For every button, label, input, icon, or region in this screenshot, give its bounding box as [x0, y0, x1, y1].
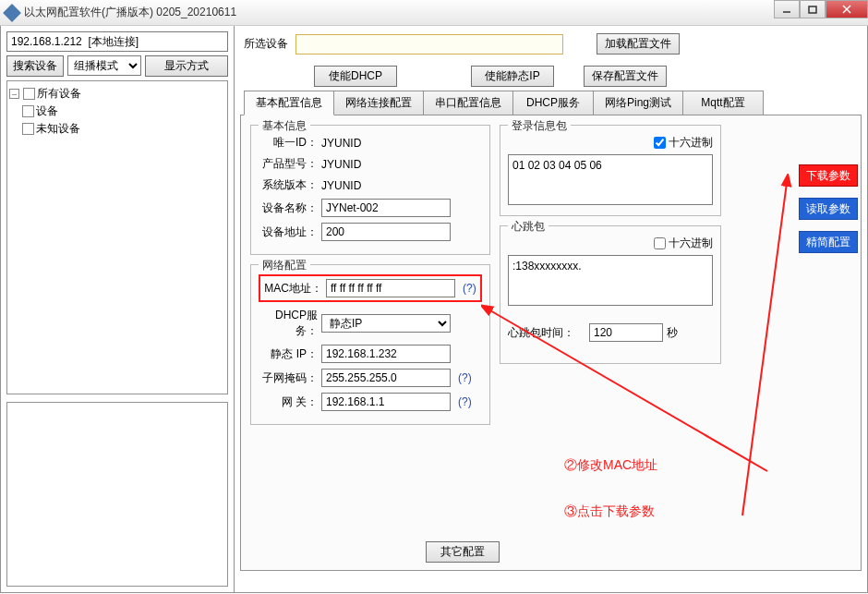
read-params-button[interactable]: 读取参数	[799, 198, 858, 220]
login-info-group: 登录信息包 十六进制 01 02 03 04 05 06	[500, 125, 721, 216]
devname-label: 设备名称：	[259, 200, 318, 216]
devaddr-label: 设备地址：	[259, 224, 318, 240]
id-label: 唯一ID：	[259, 135, 318, 151]
hb-hex-label: 十六进制	[669, 236, 713, 251]
mac-input[interactable]	[326, 279, 455, 297]
mask-label: 子网掩码：	[259, 370, 318, 386]
minimize-button[interactable]	[774, 0, 800, 18]
sysver-value: JYUNID	[321, 179, 361, 192]
dhcp-label: DHCP服务：	[259, 308, 318, 339]
tree-node-all[interactable]: 所有设备	[37, 86, 81, 102]
login-hex-label: 十六进制	[669, 135, 713, 151]
dhcp-select[interactable]: 静态IP	[321, 314, 451, 333]
save-config-button[interactable]: 保存配置文件	[584, 66, 667, 87]
side-buttons: 下载参数 读取参数 精简配置	[799, 164, 858, 253]
heartbeat-group: 心跳包 十六进制 :138xxxxxxxx. 心跳包时间：秒	[500, 225, 721, 364]
maximize-button[interactable]	[800, 0, 826, 18]
hb-legend: 心跳包	[508, 219, 549, 235]
hb-hex-checkbox[interactable]	[654, 237, 666, 249]
log-area	[6, 402, 228, 587]
devaddr-input[interactable]	[321, 223, 451, 241]
load-config-button[interactable]: 加载配置文件	[597, 33, 680, 55]
mask-input[interactable]	[321, 369, 451, 387]
window-controls	[774, 0, 868, 18]
login-legend: 登录信息包	[508, 118, 571, 134]
tab-basic[interactable]: 基本配置信息	[244, 91, 334, 115]
hb-time-unit: 秒	[667, 325, 678, 341]
enable-static-button[interactable]: 使能静态IP	[471, 66, 554, 87]
tab-serial[interactable]: 串口配置信息	[423, 91, 513, 115]
mode-select[interactable]: 组播模式	[67, 55, 141, 76]
gw-input[interactable]	[321, 393, 451, 411]
tree-checkbox[interactable]	[23, 88, 35, 100]
left-panel: 搜索设备 组播模式 显示方式 –所有设备 设备 未知设备	[1, 26, 235, 592]
simple-config-button[interactable]: 精简配置	[799, 231, 858, 253]
mac-highlight: MAC地址：(?)	[259, 274, 482, 302]
window-title: 以太网配置软件(广播版本) 0205_20210611	[24, 5, 236, 20]
hb-time-input[interactable]	[589, 323, 663, 342]
download-params-button[interactable]: 下载参数	[799, 164, 858, 187]
tree-expand-icon[interactable]: –	[9, 89, 19, 99]
ip-select[interactable]	[6, 31, 228, 52]
close-button[interactable]	[826, 0, 868, 18]
basic-info-group: 基本信息 唯一ID：JYUNID 产品型号：JYUNID 系统版本：JYUNID…	[250, 125, 490, 255]
id-value: JYUNID	[321, 137, 361, 150]
hb-data-textarea[interactable]: :138xxxxxxxx.	[508, 255, 713, 306]
help-icon[interactable]: (?)	[463, 282, 476, 295]
pmodel-value: JYUNID	[321, 158, 361, 171]
sysver-label: 系统版本：	[259, 177, 318, 193]
tree-checkbox[interactable]	[22, 105, 34, 117]
app-icon	[3, 4, 21, 22]
basic-legend: 基本信息	[259, 118, 310, 134]
tab-dhcp[interactable]: DHCP服务	[512, 91, 594, 115]
net-legend: 网络配置	[259, 258, 310, 273]
login-data-textarea[interactable]: 01 02 03 04 05 06	[508, 154, 713, 205]
display-mode-button[interactable]: 显示方式	[145, 55, 228, 77]
selected-device-label: 所选设备	[244, 36, 288, 52]
sip-label: 静态 IP：	[259, 346, 318, 362]
hb-time-label: 心跳包时间：	[508, 325, 585, 341]
tab-netconn[interactable]: 网络连接配置	[333, 91, 424, 115]
devname-input[interactable]	[321, 199, 451, 217]
net-config-group: 网络配置 MAC地址：(?) DHCP服务：静态IP 静态 IP： 子网掩码：(…	[250, 264, 490, 425]
right-panel: 所选设备 加载配置文件 使能DHCP 使能静态IP 保存配置文件 基本配置信息 …	[235, 26, 867, 592]
annotation-3: ③点击下载参数	[564, 503, 655, 520]
annotation-2: ②修改MAC地址	[564, 457, 657, 474]
help-icon[interactable]: (?)	[458, 395, 472, 408]
enable-dhcp-button[interactable]: 使能DHCP	[314, 66, 397, 87]
tab-ping[interactable]: 网络Ping测试	[593, 91, 683, 115]
search-device-button[interactable]: 搜索设备	[6, 55, 64, 77]
sip-input[interactable]	[321, 345, 451, 363]
mac-label: MAC地址：	[263, 281, 322, 297]
tab-mqtt[interactable]: Mqtt配置	[682, 91, 764, 115]
svg-rect-1	[809, 6, 816, 13]
help-icon[interactable]: (?)	[458, 371, 472, 384]
tab-row: 基本配置信息 网络连接配置 串口配置信息 DHCP服务 网络Ping测试 Mqt…	[240, 91, 862, 115]
other-config-button[interactable]: 其它配置	[426, 541, 500, 563]
tree-node-dev[interactable]: 设备	[36, 103, 58, 119]
selected-device-field[interactable]	[295, 34, 563, 55]
tree-checkbox[interactable]	[22, 123, 34, 135]
tab-panel-basic: 基本信息 唯一ID：JYUNID 产品型号：JYUNID 系统版本：JYUNID…	[240, 115, 862, 571]
gw-label: 网 关：	[259, 394, 318, 410]
titlebar: 以太网配置软件(广播版本) 0205_20210611	[0, 0, 868, 26]
tree-node-unknown[interactable]: 未知设备	[36, 121, 80, 137]
pmodel-label: 产品型号：	[259, 156, 318, 172]
login-hex-checkbox[interactable]	[654, 137, 666, 149]
device-tree[interactable]: –所有设备 设备 未知设备	[6, 80, 228, 394]
